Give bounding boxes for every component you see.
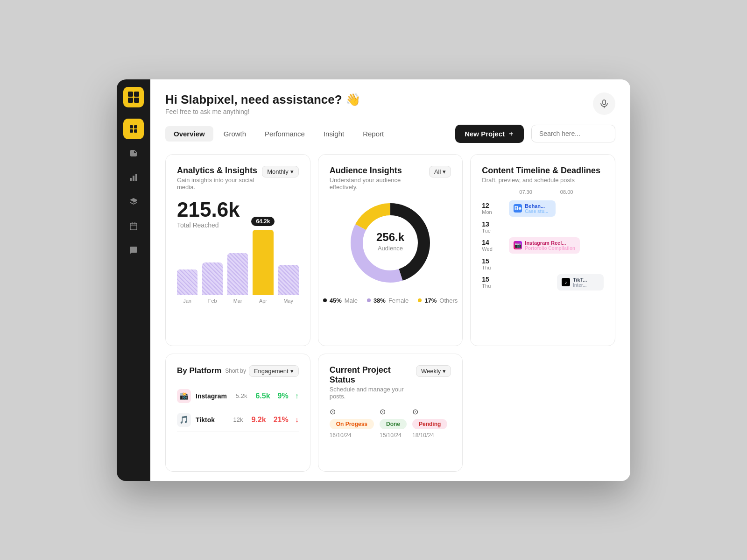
tiktok-label: TikT...	[573, 277, 587, 283]
tab-overview[interactable]: Overview	[165, 126, 213, 142]
analytics-header: Analytics & Insights Gain insights into …	[177, 166, 299, 191]
platform-row-tiktok: 🎵 Tiktok 12k 9.2k 21% ↓	[177, 408, 299, 432]
sort-engagement-badge[interactable]: Engagement ▾	[249, 365, 299, 377]
timeline-event-instagram[interactable]: 📷 Instagram Reel... Portofolio Compilati…	[509, 237, 580, 254]
sidebar-item-layers[interactable]	[123, 191, 144, 212]
chevron-down-icon: ▾	[290, 168, 294, 175]
tiktok-stat2: 9.2k	[251, 416, 266, 424]
project-status-header: Current Project Status Schedule and mana…	[330, 365, 451, 400]
tiktok-platform-icon: 🎵	[177, 413, 191, 427]
analytics-big-label: Total Reached	[177, 221, 299, 229]
date-on-progress: 16/10/24	[330, 432, 352, 439]
mic-button[interactable]	[593, 92, 615, 115]
timeline-times: 07.30 08.00	[482, 189, 604, 195]
tiktok-sublabel: Inter...	[573, 283, 587, 288]
svg-rect-0	[128, 92, 133, 97]
legend-male-dot	[323, 298, 327, 302]
nav-bar: Overview Growth Performance Insight Repo…	[150, 125, 630, 150]
tab-performance[interactable]: Performance	[256, 126, 313, 142]
sidebar-logo[interactable]	[123, 87, 144, 107]
date-done: 15/10/24	[380, 432, 402, 439]
svg-rect-7	[134, 129, 137, 133]
analytics-big-number: 215.6k	[177, 198, 299, 221]
timeline-date-13: 13 Tue	[482, 220, 505, 234]
instagram-platform-icon: 📸	[177, 389, 191, 403]
chevron-down-icon: ▾	[443, 368, 446, 375]
svg-rect-2	[128, 98, 133, 103]
bar-mar: Mar	[227, 253, 248, 304]
chart-bars: Jan Feb Mar 64.2k Apr	[177, 238, 299, 304]
status-pending: ⊙ Pending 18/10/24	[412, 407, 447, 439]
check-done: ⊙	[380, 407, 386, 416]
bar-jan-fill	[177, 269, 197, 295]
tab-report[interactable]: Report	[354, 126, 392, 142]
instagram-pct: 9%	[278, 392, 289, 400]
legend-female: 38% Female	[367, 297, 409, 304]
header-text: Hi Slabpixel, need assistance? 👋 Feel fr…	[165, 92, 584, 115]
timeline-date-15a: 15 Thu	[482, 257, 505, 270]
bar-jan-label: Jan	[183, 298, 191, 304]
instagram-stat1: 5.2k	[236, 392, 247, 399]
svg-rect-5	[134, 125, 137, 128]
bar-may-fill	[278, 265, 299, 295]
sidebar-item-messages[interactable]	[123, 240, 144, 261]
instagram-label: Instagram Reel...	[525, 240, 575, 246]
legend-others: 17% Others	[418, 297, 458, 304]
timeline-header: Content Timeline & Deadlines Draft, prev…	[482, 166, 604, 184]
tab-insight[interactable]: Insight	[315, 126, 352, 142]
tiktok-platform-name: Tiktok	[196, 416, 229, 424]
instagram-sublabel: Portofolio Compilation	[525, 246, 575, 251]
audience-filter-badge[interactable]: All ▾	[429, 166, 451, 177]
donut-container: 256.k Audience 45% Male 38% Female	[330, 196, 451, 304]
timeline-row-15b: 15 Thu ♪ TikT... Inter...	[482, 272, 604, 292]
tab-growth[interactable]: Growth	[215, 126, 254, 142]
sidebar-item-analytics[interactable]	[123, 167, 144, 188]
timeline-row-15a: 15 Thu	[482, 255, 604, 272]
tiktok-pct: 21%	[274, 416, 289, 424]
project-status-card: Current Project Status Schedule and mana…	[318, 354, 463, 472]
search-input[interactable]	[531, 125, 615, 142]
timeline-event-tiktok[interactable]: ♪ TikT... Inter...	[557, 274, 604, 291]
analytics-chart: Jan Feb Mar 64.2k Apr	[177, 238, 299, 313]
bar-feb: Feb	[202, 262, 223, 304]
instagram-platform-name: Instagram	[196, 392, 231, 400]
legend-others-dot	[418, 298, 422, 302]
timeline-rows: 12 Mon Be Behan... Case stu...	[482, 198, 604, 292]
legend-female-dot	[367, 298, 371, 302]
audience-title: Audience Insights	[330, 166, 429, 176]
new-project-button[interactable]: New Project ＋	[455, 125, 524, 143]
timeline-date-14: 14 Wed	[482, 239, 505, 252]
donut-chart: 256.k Audience	[344, 196, 437, 290]
instagram-stat2: 6.5k	[255, 392, 270, 400]
badge-on-progress: On Progess	[330, 419, 374, 429]
status-done: ⊙ Done 15/10/24	[380, 407, 407, 439]
tiktok-stat1: 12k	[233, 416, 243, 423]
bar-feb-label: Feb	[208, 298, 217, 304]
chevron-down-icon: ▾	[290, 368, 294, 375]
sidebar-item-documents[interactable]	[123, 143, 144, 163]
bar-mar-label: Mar	[233, 298, 242, 304]
chevron-down-icon: ▾	[443, 168, 446, 175]
sidebar-item-dashboard[interactable]	[123, 119, 144, 139]
header-subtitle: Feel free to ask me anything!	[165, 108, 584, 115]
timeline-subtitle: Draft, preview, and schedule posts	[482, 177, 600, 184]
analytics-card: Analytics & Insights Gain insights into …	[165, 154, 310, 346]
project-status-period-badge[interactable]: Weekly ▾	[416, 365, 451, 377]
bar-apr: 64.2k Apr	[253, 230, 273, 304]
timeline-title: Content Timeline & Deadlines	[482, 166, 600, 176]
timeline-event-behance[interactable]: Be Behan... Case stu...	[509, 200, 556, 217]
header-greeting: Hi Slabpixel, need assistance? 👋	[165, 92, 584, 107]
svg-rect-4	[130, 125, 133, 128]
timeline-row-13: 13 Tue	[482, 219, 604, 235]
arrow-up-icon: ↑	[295, 392, 299, 400]
bar-apr-fill	[253, 230, 273, 295]
svg-rect-9	[603, 100, 606, 105]
behance-sublabel: Case stu...	[525, 209, 548, 214]
main-content: Hi Slabpixel, need assistance? 👋 Feel fr…	[150, 79, 630, 481]
bar-feb-fill	[202, 262, 223, 295]
status-badges-row: ⊙ On Progess 16/10/24 ⊙ Done 15/10/24 ⊙ …	[330, 407, 451, 439]
timeline-row-12: 12 Mon Be Behan... Case stu...	[482, 198, 604, 219]
sidebar-item-calendar[interactable]	[123, 216, 144, 236]
timeline-row-14: 14 Wed 📷 Instagram Reel... Portofolio Co…	[482, 235, 604, 255]
analytics-period-badge[interactable]: Monthly ▾	[262, 166, 299, 177]
